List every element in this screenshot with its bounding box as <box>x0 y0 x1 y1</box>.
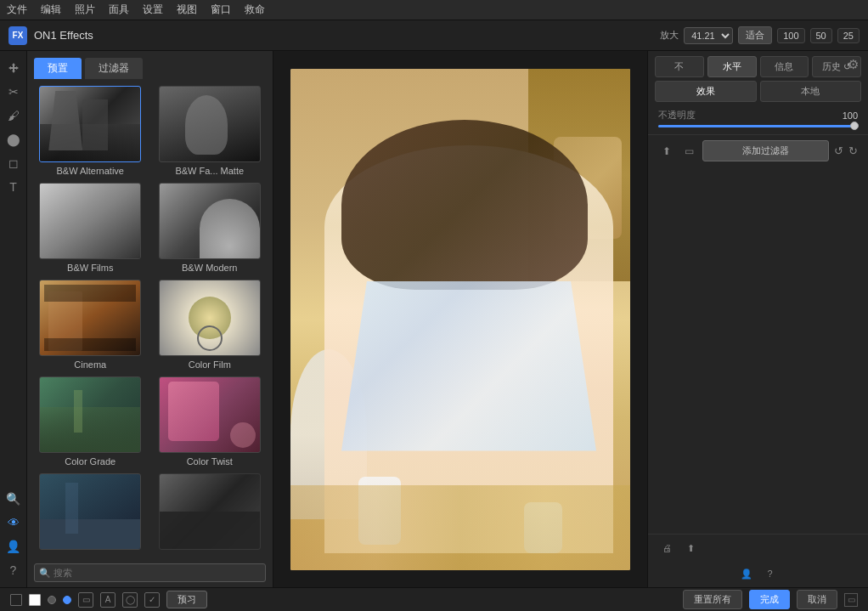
preset-color-film[interactable]: Color Film <box>154 280 267 370</box>
preset-label-color-twist: Color Twist <box>187 456 233 467</box>
preset-label-color-grade: Color Grade <box>65 456 116 467</box>
zoom-25-button[interactable]: 25 <box>837 28 860 43</box>
zoom-100-button[interactable]: 100 <box>777 28 804 43</box>
fit-button[interactable]: 适合 <box>738 26 772 44</box>
bottom-indicator-left <box>48 596 56 604</box>
help-question-icon[interactable]: ? <box>762 565 779 582</box>
reset-all-button[interactable]: 重置所有 <box>683 590 742 609</box>
zoom-label: 放大 <box>660 29 679 42</box>
opacity-label: 不透明度 <box>658 109 696 122</box>
preset-thumb-color-grade <box>39 376 141 453</box>
left-panel: 预置 过滤器 B&W Alternative B&W Fa... Matte <box>27 51 273 587</box>
settings-gear-icon[interactable]: ⚙ <box>844 56 861 73</box>
eye-tool-icon[interactable]: 👁 <box>3 512 24 533</box>
crop-tool-icon[interactable]: ✂ <box>3 82 24 102</box>
tab-info[interactable]: 信息 <box>760 56 809 77</box>
right-panel: ⚙ 不 水平 信息 历史 ↺ 效果 本地 不透明度 100 <box>647 51 868 587</box>
help-icon[interactable]: ? <box>3 560 24 580</box>
paint-tool-icon[interactable]: 🖌 <box>3 105 24 126</box>
canvas-image <box>290 69 630 570</box>
menu-item-photo[interactable]: 照片 <box>75 3 95 17</box>
right-panel-top: ⚙ 不 水平 信息 历史 ↺ 效果 本地 不透明度 100 <box>648 51 868 167</box>
preset-label-color-film: Color Film <box>189 359 231 370</box>
tab-filters[interactable]: 过滤器 <box>85 58 143 79</box>
preset-color-grade[interactable]: Color Grade <box>34 376 147 467</box>
tab-local[interactable]: 本地 <box>760 81 862 102</box>
text-tool-icon[interactable]: T <box>3 177 24 197</box>
bottom-square-empty[interactable] <box>10 594 22 606</box>
zoom-tool-icon[interactable]: 🔍 <box>3 489 24 509</box>
preset-thumb-cinema <box>39 280 141 356</box>
menu-item-settings[interactable]: 设置 <box>143 3 163 17</box>
bottom-icon-btn-check[interactable]: ✓ <box>144 592 160 608</box>
preset-thumb-bw-modern <box>159 183 261 259</box>
preset-thumb-bw-films <box>39 183 141 259</box>
bottom-indicator-active <box>63 596 71 604</box>
menu-item-window[interactable]: 窗口 <box>211 3 231 17</box>
zoom-select[interactable]: 41.21 100 50 25 <box>684 27 733 44</box>
preset-bw-modern[interactable]: B&W Modern <box>154 183 267 273</box>
tab-effects[interactable]: 效果 <box>655 81 757 102</box>
search-box: 🔍 <box>27 558 273 587</box>
bottom-toolbar: ▭ A ◯ ✓ 预习 重置所有 完成 取消 ▭ <box>0 587 868 611</box>
preset-cinema[interactable]: Cinema <box>34 280 147 370</box>
bottom-icon-btn-square[interactable]: ▭ <box>78 592 93 608</box>
select-tool-icon[interactable]: ◻ <box>3 153 24 173</box>
opacity-row: 不透明度 100 <box>648 102 868 125</box>
user-icon[interactable]: 👤 <box>3 536 24 557</box>
main-area: ✂ 🖌 ⬤ ◻ T 🔍 👁 👤 ? 预置 过滤器 B&W Alternative <box>0 51 868 587</box>
bottom-square-filled[interactable] <box>29 594 41 606</box>
add-filter-button[interactable]: 添加过滤器 <box>702 140 829 161</box>
panel-tabs: 预置 过滤器 <box>27 51 273 79</box>
tab-not[interactable]: 不 <box>655 56 704 77</box>
preset-color-twist[interactable]: Color Twist <box>154 376 267 467</box>
preset-bw-films[interactable]: B&W Films <box>34 183 147 273</box>
preview-button[interactable]: 预习 <box>166 591 207 608</box>
preset-label-bw-modern: B&W Modern <box>182 263 237 273</box>
search-input[interactable] <box>34 563 266 582</box>
preset-thumb-bw-fa <box>159 86 261 162</box>
preset-extra-1[interactable] <box>34 473 147 553</box>
bottom-icon-btn-text[interactable]: A <box>100 592 116 608</box>
preset-thumb-color-film <box>159 280 261 356</box>
opacity-value: 100 <box>843 110 858 121</box>
done-button[interactable]: 完成 <box>749 590 790 609</box>
menu-item-view[interactable]: 视图 <box>177 3 197 17</box>
opacity-slider-wrap <box>648 125 868 134</box>
right-panel-bottom: 🖨 ⬆ <box>648 534 868 562</box>
bottom-corner-icon[interactable]: ▭ <box>844 593 858 607</box>
right-tabs-row1: 不 水平 信息 历史 ↺ <box>655 56 861 77</box>
search-icon: 🔍 <box>39 568 51 579</box>
presets-grid: B&W Alternative B&W Fa... Matte B&W Film… <box>27 79 273 558</box>
preset-thumb-color-twist <box>159 376 261 453</box>
menu-item-file[interactable]: 文件 <box>7 3 27 17</box>
user-profile-icon[interactable]: 👤 <box>738 565 755 582</box>
title-bar: FX ON1 Effects 放大 41.21 100 50 25 适合 100… <box>0 20 868 51</box>
menu-bar: 文件 编辑 照片 面具 设置 视图 窗口 救命 <box>0 0 868 20</box>
opacity-slider[interactable] <box>658 125 858 127</box>
move-tool-icon[interactable] <box>3 58 24 78</box>
print-icon[interactable]: 🖨 <box>658 540 675 557</box>
undo-icon[interactable]: ↺ <box>834 144 843 157</box>
cancel-button[interactable]: 取消 <box>797 590 837 609</box>
export-icon[interactable]: ⬆ <box>658 143 675 160</box>
preset-label-bw-films: B&W Films <box>67 263 113 273</box>
share-icon[interactable]: ⬆ <box>682 540 699 557</box>
preset-bw-fa-matte[interactable]: B&W Fa... Matte <box>154 86 267 176</box>
heal-tool-icon[interactable]: ⬤ <box>3 129 24 150</box>
tab-presets[interactable]: 预置 <box>34 58 82 79</box>
bottom-icon-btn-circle[interactable]: ◯ <box>122 592 138 608</box>
preset-extra-2[interactable] <box>154 473 267 553</box>
left-toolbar: ✂ 🖌 ⬤ ◻ T 🔍 👁 👤 ? <box>0 51 27 587</box>
zoom-50-button[interactable]: 50 <box>810 28 832 43</box>
redo-icon[interactable]: ↻ <box>848 144 858 157</box>
menu-item-mask[interactable]: 面具 <box>109 3 129 17</box>
tab-horizontal[interactable]: 水平 <box>707 56 757 77</box>
preset-bw-alternative[interactable]: B&W Alternative <box>34 86 147 176</box>
menu-item-edit[interactable]: 编辑 <box>41 3 61 17</box>
filter-actions: ⬆ ▭ 添加过滤器 ↺ ↻ <box>648 134 868 167</box>
zoom-controls: 放大 41.21 100 50 25 适合 100 50 25 <box>660 26 860 44</box>
menu-item-help[interactable]: 救命 <box>245 3 265 17</box>
mask-icon[interactable]: ▭ <box>680 143 697 160</box>
preset-label-bw-fa: B&W Fa... Matte <box>175 166 244 176</box>
